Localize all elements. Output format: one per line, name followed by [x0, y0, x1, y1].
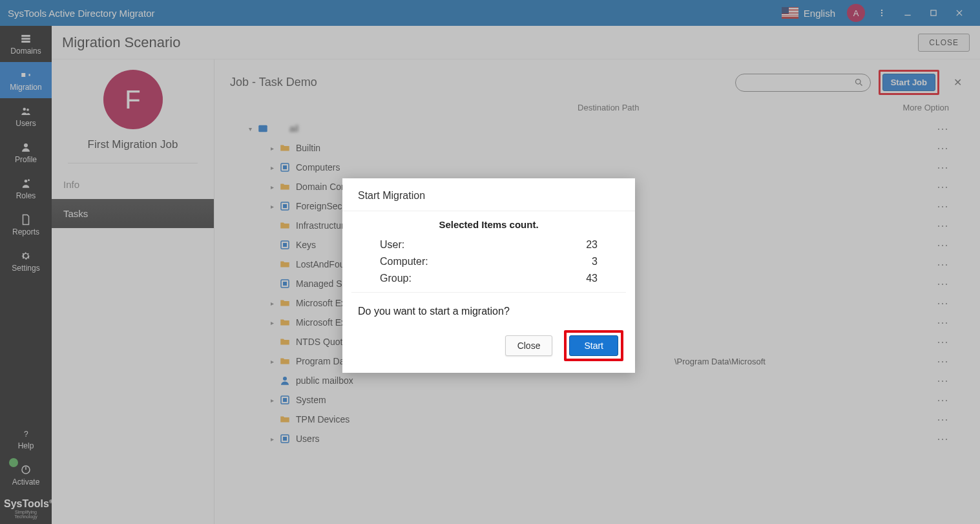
count-row-group: Group:43	[380, 270, 598, 287]
modal-counts: User:23 Computer:3 Group:43	[351, 236, 626, 293]
start-button-highlight: Start	[564, 330, 623, 361]
count-row-computer: Computer:3	[380, 253, 598, 270]
start-migration-modal: Start Migration Selected Items count. Us…	[342, 178, 635, 373]
modal-start-button[interactable]: Start	[569, 335, 618, 356]
modal-close-button[interactable]: Close	[505, 335, 553, 356]
modal-subtitle: Selected Items count.	[342, 211, 635, 236]
count-row-user: User:23	[380, 236, 598, 253]
modal-title: Start Migration	[342, 178, 635, 211]
modal-confirm-text: Do you want to start a migration?	[342, 293, 635, 322]
